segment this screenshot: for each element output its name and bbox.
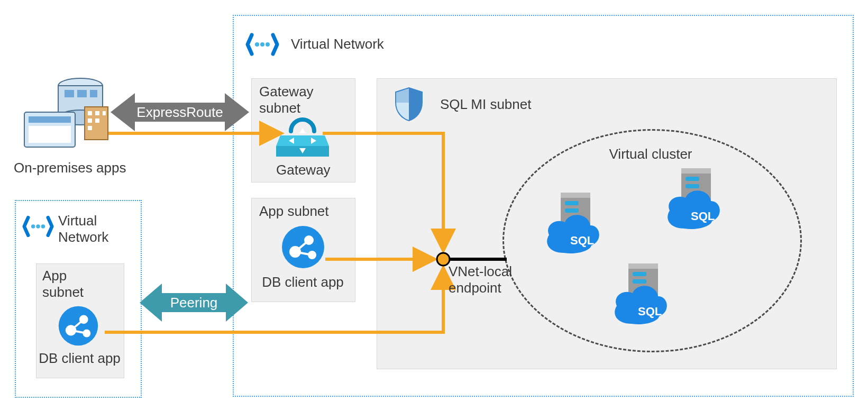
db-client-main-label: DB client app	[259, 274, 346, 290]
svg-rect-24	[29, 126, 71, 143]
svg-rect-52	[628, 263, 658, 269]
on-prem-icon	[17, 74, 112, 158]
vnet-main-label: Virtual Network	[291, 36, 384, 52]
vnet-icon-main	[245, 28, 279, 63]
vnet-left-label: Virtual Network	[58, 213, 108, 245]
endpoint-label: VNet-local endpoint	[449, 263, 512, 296]
app-subnet-main-label: App subnet	[259, 203, 329, 220]
virtual-cluster-label: Virtual cluster	[571, 146, 730, 162]
gateway-icon	[276, 115, 329, 165]
db-client-main-icon	[280, 224, 326, 272]
svg-point-31	[282, 226, 324, 268]
svg-rect-50	[686, 184, 699, 188]
svg-rect-23	[29, 116, 71, 123]
svg-point-5	[266, 42, 270, 47]
svg-point-6	[31, 224, 35, 229]
svg-rect-44	[561, 193, 590, 198]
svg-rect-48	[681, 168, 711, 174]
svg-marker-25	[276, 135, 329, 146]
db-client-left-label: DB client app	[36, 350, 123, 367]
svg-rect-12	[65, 90, 74, 97]
diagram-canvas: ExpressRoute Peering Virtual Network Vir…	[0, 0, 868, 410]
svg-point-37	[59, 306, 98, 345]
svg-rect-19	[88, 119, 92, 123]
vnet-icon-left	[22, 211, 54, 244]
shield-icon	[394, 87, 424, 124]
svg-rect-16	[88, 111, 92, 115]
svg-rect-45	[565, 201, 579, 205]
sql-server-icon-2: SQL	[660, 164, 724, 235]
svg-marker-27	[299, 128, 306, 133]
svg-point-0	[437, 253, 450, 266]
peering-arrow: Peering	[140, 281, 248, 324]
sql-mi-subnet-label: SQL MI subnet	[440, 96, 531, 113]
expressroute-arrow: ExpressRoute	[111, 91, 249, 133]
svg-rect-13	[77, 90, 87, 97]
app-subnet-left-label: App subnet	[42, 268, 84, 300]
sql-text-2: SQL	[691, 209, 715, 223]
svg-point-4	[260, 42, 264, 47]
svg-point-7	[36, 224, 40, 229]
peering-label: Peering	[170, 295, 218, 311]
svg-rect-18	[103, 111, 106, 115]
svg-point-3	[255, 42, 259, 47]
gateway-subnet-label: Gateway subnet	[259, 84, 314, 116]
svg-rect-53	[633, 272, 646, 276]
db-client-left-icon	[57, 305, 99, 349]
sql-server-icon-1: SQL	[540, 188, 603, 259]
svg-rect-17	[95, 111, 99, 115]
on-prem-label: On-premises apps	[14, 160, 126, 176]
sql-text-3: SQL	[638, 305, 662, 318]
svg-rect-49	[686, 177, 699, 181]
svg-rect-54	[633, 279, 646, 284]
svg-rect-20	[95, 119, 99, 123]
flow-lines	[0, 0, 868, 410]
gateway-label: Gateway	[276, 162, 329, 178]
svg-rect-14	[90, 90, 97, 97]
svg-rect-46	[565, 208, 579, 213]
expressroute-label: ExpressRoute	[136, 104, 223, 121]
svg-rect-21	[88, 126, 92, 130]
sql-server-icon-3: SQL	[607, 259, 671, 330]
sql-text-1: SQL	[570, 234, 594, 247]
svg-point-8	[41, 224, 45, 229]
